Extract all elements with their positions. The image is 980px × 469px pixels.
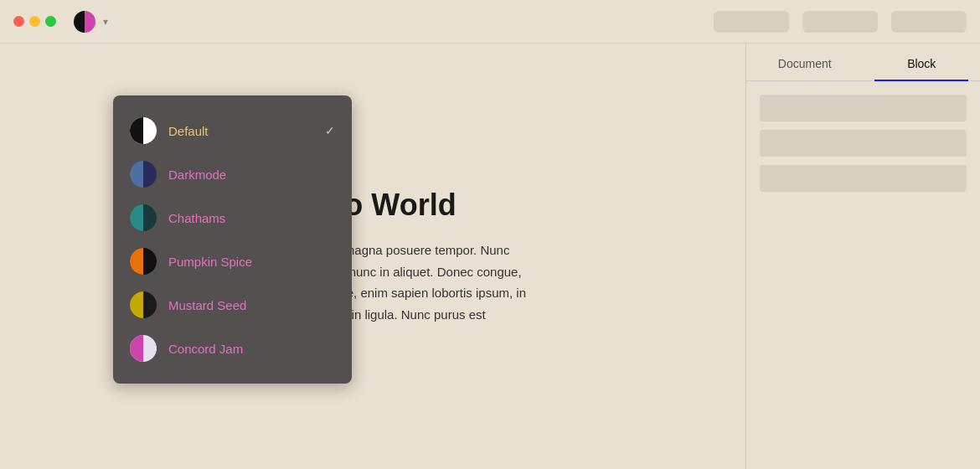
maximize-button[interactable] — [45, 16, 56, 27]
theme-label-concord: Concord Jam — [168, 342, 335, 356]
theme-icon-concord — [130, 335, 157, 362]
minimize-button[interactable] — [29, 16, 40, 27]
main-content: Default ✓ Darkmode Chathams Pumpkin Spic… — [0, 44, 980, 469]
tab-block[interactable]: Block — [864, 44, 981, 80]
app-icon — [73, 10, 96, 34]
dropdown-arrow-icon[interactable]: ▾ — [103, 16, 108, 28]
right-panel-content — [746, 95, 980, 192]
theme-item-pumpkin[interactable]: Pumpkin Spice — [113, 240, 352, 283]
panel-block-3 — [760, 165, 967, 192]
traffic-lights — [13, 16, 56, 27]
theme-icon-darkmode — [130, 161, 157, 188]
theme-item-chathams[interactable]: Chathams — [113, 196, 352, 240]
theme-label-mustard: Mustard Seed — [168, 298, 335, 312]
theme-icon-chathams — [130, 204, 157, 231]
theme-label-darkmode: Darkmode — [168, 168, 335, 182]
theme-icon-mustard — [130, 291, 157, 318]
top-bar-button-3[interactable] — [891, 11, 967, 33]
check-mark-icon: ✓ — [325, 124, 335, 137]
right-panel: Document Block — [745, 44, 980, 469]
right-panel-tabs: Document Block — [746, 44, 980, 81]
content-area: Hello World Aenean sed nibh a magna posu… — [0, 44, 745, 469]
close-button[interactable] — [13, 16, 24, 27]
panel-block-1 — [760, 95, 967, 121]
tab-document[interactable]: Document — [746, 44, 864, 80]
theme-icon-default — [130, 117, 157, 144]
theme-item-darkmode[interactable]: Darkmode — [113, 152, 352, 196]
panel-block-2 — [760, 130, 967, 157]
top-bar: ▾ — [0, 0, 980, 44]
theme-selector-panel: Default ✓ Darkmode Chathams Pumpkin Spic… — [113, 95, 352, 384]
theme-icon-pumpkin — [130, 248, 157, 275]
theme-item-concord[interactable]: Concord Jam — [113, 327, 352, 370]
theme-label-default: Default — [168, 124, 325, 138]
theme-label-pumpkin: Pumpkin Spice — [168, 255, 335, 269]
theme-item-default[interactable]: Default ✓ — [113, 109, 352, 152]
theme-item-mustard[interactable]: Mustard Seed — [113, 283, 352, 327]
top-bar-button-2[interactable] — [802, 11, 878, 33]
top-bar-button-1[interactable] — [714, 11, 789, 33]
theme-label-chathams: Chathams — [168, 211, 335, 225]
